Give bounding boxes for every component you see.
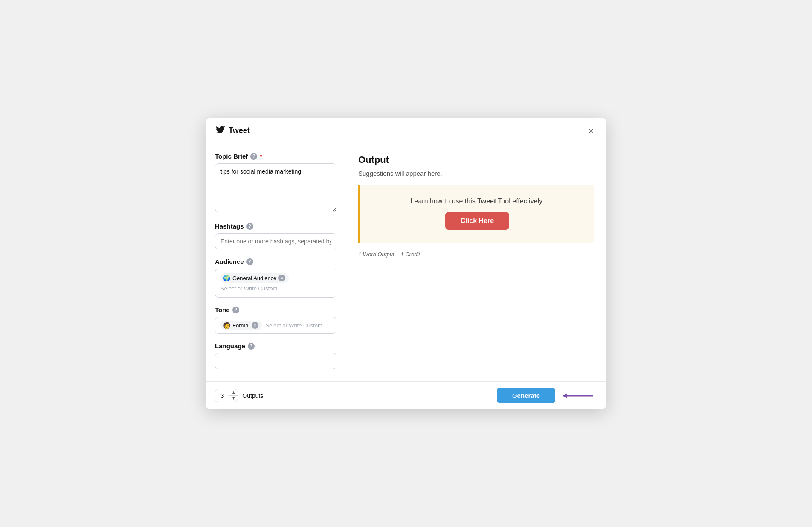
tone-label-text: Tone xyxy=(215,306,230,313)
language-label: Language ? xyxy=(215,342,336,350)
right-panel: Output Suggestions will appear here. Lea… xyxy=(346,142,606,381)
tone-placeholder: Select or Write Custom xyxy=(265,322,322,329)
modal-header: Tweet × xyxy=(206,118,606,142)
modal-footer: 3 ▲ ▼ Outputs Generate xyxy=(206,381,606,409)
modal-body: Topic Brief ? * tips for social media ma… xyxy=(206,142,606,381)
audience-chip-remove[interactable]: × xyxy=(278,275,285,281)
output-info-box: Learn how to use this Tweet Tool effecti… xyxy=(358,185,594,243)
tone-label: Tone ? xyxy=(215,306,336,313)
modal-title: Tweet xyxy=(229,126,250,135)
topic-brief-label: Topic Brief ? * xyxy=(215,153,336,160)
required-star: * xyxy=(260,153,262,160)
topic-brief-help-icon[interactable]: ? xyxy=(250,153,257,160)
hashtags-input[interactable] xyxy=(215,233,336,249)
modal-container: Tweet × Topic Brief ? * tips for social … xyxy=(206,118,606,409)
tone-chip: 🧑 Formal × xyxy=(220,321,262,330)
topic-brief-input[interactable]: tips for social media marketing xyxy=(215,163,336,212)
header-left: Tweet xyxy=(216,125,250,136)
audience-chip-emoji: 🌍 xyxy=(223,275,230,281)
tone-chip-text: Formal xyxy=(232,322,249,329)
audience-tag-row: 🌍 General Audience × xyxy=(220,273,331,283)
audience-chip-text: General Audience xyxy=(232,275,276,281)
svg-marker-1 xyxy=(563,393,567,398)
tone-input-box[interactable]: 🧑 Formal × Select or Write Custom xyxy=(215,317,336,334)
close-button[interactable]: × xyxy=(586,126,596,136)
hashtags-label-text: Hashtags xyxy=(215,223,244,230)
tone-group: Tone ? 🧑 Formal × Select or Write Custom xyxy=(215,306,336,334)
tone-chip-emoji: 🧑 xyxy=(223,322,230,329)
info-text-before: Learn how to use this xyxy=(411,197,478,205)
stepper-arrows: ▲ ▼ xyxy=(229,390,238,401)
audience-input-box[interactable]: 🌍 General Audience × Select or Write Cus… xyxy=(215,269,336,298)
twitter-icon xyxy=(216,125,225,136)
audience-label-text: Audience xyxy=(215,258,244,265)
audience-help-icon[interactable]: ? xyxy=(246,258,253,265)
output-subtitle: Suggestions will appear here. xyxy=(358,170,594,177)
audience-placeholder: Select or Write Custom xyxy=(220,285,331,292)
tone-chip-remove[interactable]: × xyxy=(252,322,258,329)
info-text-after: Tool effectively. xyxy=(496,197,544,205)
language-label-text: Language xyxy=(215,342,245,350)
language-help-icon[interactable]: ? xyxy=(248,343,255,350)
tone-help-icon[interactable]: ? xyxy=(232,307,239,313)
output-title: Output xyxy=(358,154,594,165)
outputs-value: 3 xyxy=(215,389,229,402)
stepper-down-button[interactable]: ▼ xyxy=(229,396,238,401)
language-group: Language ? xyxy=(215,342,336,369)
info-box-text: Learn how to use this Tweet Tool effecti… xyxy=(411,197,544,205)
credit-info: 1 Word Output = 1 Credit xyxy=(358,251,594,258)
audience-chip: 🌍 General Audience × xyxy=(220,273,289,283)
hashtags-help-icon[interactable]: ? xyxy=(246,223,253,230)
purple-arrow-annotation xyxy=(559,391,597,401)
outputs-label: Outputs xyxy=(242,392,263,399)
footer-row: 3 ▲ ▼ Outputs Generate xyxy=(215,388,597,403)
hashtags-group: Hashtags ? xyxy=(215,223,336,249)
audience-group: Audience ? 🌍 General Audience × Select o… xyxy=(215,258,336,298)
info-text-bold: Tweet xyxy=(477,197,496,205)
outputs-stepper[interactable]: 3 ▲ ▼ xyxy=(215,389,238,402)
audience-label: Audience ? xyxy=(215,258,336,265)
click-here-button[interactable]: Click Here xyxy=(445,212,509,230)
language-input[interactable] xyxy=(215,353,336,369)
generate-button[interactable]: Generate xyxy=(497,388,555,403)
topic-brief-group: Topic Brief ? * tips for social media ma… xyxy=(215,153,336,214)
generate-area: Generate xyxy=(497,388,597,403)
left-panel: Topic Brief ? * tips for social media ma… xyxy=(206,142,346,381)
topic-brief-label-text: Topic Brief xyxy=(215,153,248,160)
stepper-up-button[interactable]: ▲ xyxy=(229,390,238,396)
hashtags-label: Hashtags ? xyxy=(215,223,336,230)
